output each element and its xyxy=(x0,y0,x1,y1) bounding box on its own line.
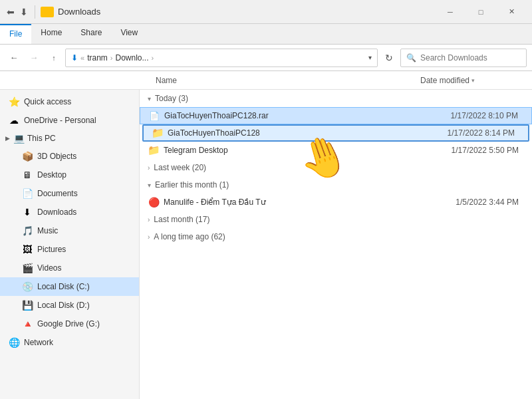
earlier-expand-icon: ▾ xyxy=(148,182,151,189)
file-date-telegram: 1/17/2022 5:50 PM xyxy=(420,146,527,155)
sidebar-item-local-disk-c[interactable]: 💿 Local Disk (C:) xyxy=(0,277,139,296)
file-name-manulife: Manulife - Điểm Tựa Đầu Tư xyxy=(164,198,416,207)
window-title: Downloads xyxy=(58,7,100,17)
group-lastweek-label: Last week (20) xyxy=(154,163,206,172)
sidebar-label-videos: Videos xyxy=(37,263,61,273)
search-icon: 🔍 xyxy=(406,53,416,63)
forward-button[interactable]: → xyxy=(25,49,43,66)
sidebar-item-onedrive[interactable]: ☁ OneDrive - Personal xyxy=(0,111,139,130)
tab-home[interactable]: Home xyxy=(31,24,71,44)
sidebar-label-desktop: Desktop xyxy=(37,170,66,180)
group-today-label: Today (3) xyxy=(155,94,188,103)
file-date-manulife: 1/5/2022 3:44 PM xyxy=(420,198,527,207)
sidebar-item-desktop[interactable]: 🖥 Desktop xyxy=(0,166,139,184)
col-date-header[interactable]: Date modified ▾ xyxy=(420,76,527,85)
sort-arrow-icon: ▾ xyxy=(471,77,475,84)
file-row[interactable]: 📄 GiaTocHuyenThoaiPC128.rar 1/17/2022 8:… xyxy=(140,107,532,124)
address-path[interactable]: ⬇ « tranm › Downlo... › ▾ xyxy=(65,49,378,67)
path-dropdown[interactable]: ▾ xyxy=(368,54,372,61)
network-icon: 🌐 xyxy=(8,336,20,348)
search-input[interactable] xyxy=(420,53,521,63)
file-name-highlighted: GiaTocHuyenThoaiPC128 xyxy=(168,128,412,138)
sidebar-item-documents[interactable]: 📄 Documents xyxy=(0,184,139,203)
search-box[interactable]: 🔍 xyxy=(400,49,527,67)
breadcrumb-sep-1: « xyxy=(80,54,84,62)
sidebar-label-this-pc: This PC xyxy=(27,134,56,143)
disk-c-icon: 💿 xyxy=(21,281,33,293)
group-last-month[interactable]: › Last month (17) xyxy=(140,211,532,228)
back-icon[interactable]: ⬅ xyxy=(5,7,16,17)
sidebar-label-downloads: Downloads xyxy=(37,207,76,217)
sidebar-label-network: Network xyxy=(24,338,53,347)
maximize-button[interactable]: □ xyxy=(466,0,496,24)
group-last-week[interactable]: › Last week (20) xyxy=(140,159,532,176)
group-long-ago[interactable]: › A long time ago (62) xyxy=(140,228,532,245)
file-date-highlighted: 1/17/2022 8:14 PM xyxy=(416,128,523,138)
sidebar-label-local-c: Local Disk (C:) xyxy=(37,282,90,291)
group-earlier-label: Earlier this month (1) xyxy=(155,180,229,190)
title-bar: ⬅ ⬇ Downloads ─ □ ✕ xyxy=(0,0,532,24)
col-name-header[interactable]: Name xyxy=(153,76,420,85)
minimize-button[interactable]: ─ xyxy=(435,0,466,24)
ribbon-tabs: File Home Share View xyxy=(0,24,532,44)
longago-expand-icon: › xyxy=(148,233,150,241)
file-list: ▾ Today (3) 📄 GiaTocHuyenThoaiPC128.rar … xyxy=(140,90,532,399)
sidebar-label-pictures: Pictures xyxy=(37,245,66,254)
sidebar-item-music[interactable]: 🎵 Music xyxy=(0,221,139,240)
sidebar-item-pictures[interactable]: 🖼 Pictures xyxy=(0,240,139,259)
group-earlier-month[interactable]: ▾ Earlier this month (1) xyxy=(140,176,532,194)
today-expand-icon: ▾ xyxy=(148,95,151,102)
sidebar-this-pc-header[interactable]: ▶ 💻 This PC xyxy=(0,130,139,147)
folder-telegram-icon: 📁 xyxy=(148,144,160,156)
breadcrumb-sep-3: › xyxy=(152,54,154,62)
sidebar-item-3d-objects[interactable]: 📦 3D Objects xyxy=(0,147,139,166)
ribbon: File Home Share View xyxy=(0,24,532,45)
sidebar-label-local-d: Local Disk (D:) xyxy=(37,301,90,310)
download-icon: ⬇ xyxy=(21,206,33,218)
file-date: 1/17/2022 8:10 PM xyxy=(420,111,526,120)
sidebar-item-local-disk-d[interactable]: 💾 Local Disk (D:) xyxy=(0,296,139,315)
sidebar-item-quick-access[interactable]: ⭐ Quick access xyxy=(0,92,139,111)
file-name-telegram: Telegram Desktop xyxy=(164,146,416,155)
videos-icon: 🎬 xyxy=(21,262,33,274)
chrome-file-icon: 🔴 xyxy=(148,196,160,208)
tab-share[interactable]: Share xyxy=(71,24,111,44)
tab-file[interactable]: File xyxy=(0,24,31,44)
file-row-highlighted[interactable]: 📁 GiaTocHuyenThoaiPC128 1/17/2022 8:14 P… xyxy=(142,124,529,142)
tab-view[interactable]: View xyxy=(111,24,147,44)
computer-icon: 💻 xyxy=(13,132,25,144)
group-lastmonth-label: Last month (17) xyxy=(154,215,209,224)
sidebar-item-videos[interactable]: 🎬 Videos xyxy=(0,259,139,277)
back-button[interactable]: ← xyxy=(5,49,23,66)
separator xyxy=(35,5,35,19)
pictures-icon: 🖼 xyxy=(21,243,33,255)
close-button[interactable]: ✕ xyxy=(496,0,527,24)
file-row-manulife[interactable]: 🔴 Manulife - Điểm Tựa Đầu Tư 1/5/2022 3:… xyxy=(140,194,532,211)
file-row-telegram[interactable]: 📁 Telegram Desktop 1/17/2022 5:50 PM xyxy=(140,142,532,159)
up-button[interactable]: ↑ xyxy=(45,49,63,66)
sidebar: ⭐ Quick access ☁ OneDrive - Personal ▶ 💻… xyxy=(0,90,140,399)
column-headers: Name Date modified ▾ xyxy=(0,71,532,90)
google-drive-icon: 🔺 xyxy=(21,318,33,330)
sidebar-item-downloads[interactable]: ⬇ Downloads xyxy=(0,203,139,221)
lastmonth-expand-icon: › xyxy=(148,216,150,223)
sidebar-label-gdrive: Google Drive (G:) xyxy=(37,319,100,329)
breadcrumb-tranm[interactable]: tranm xyxy=(87,53,108,63)
refresh-button[interactable]: ↻ xyxy=(380,49,398,66)
breadcrumb-downloads[interactable]: Downlo... xyxy=(115,53,148,63)
sidebar-item-network[interactable]: 🌐 Network xyxy=(0,333,139,352)
group-today[interactable]: ▾ Today (3) xyxy=(140,90,532,107)
lastweek-expand-icon: › xyxy=(148,164,150,172)
main-layout: ⭐ Quick access ☁ OneDrive - Personal ▶ 💻… xyxy=(0,90,532,399)
breadcrumb-sep-2: › xyxy=(110,54,113,62)
star-icon: ⭐ xyxy=(8,96,20,108)
music-icon: 🎵 xyxy=(21,225,33,237)
sidebar-label-quick-access: Quick access xyxy=(24,97,71,106)
disk-d-icon: 💾 xyxy=(21,299,33,311)
sidebar-item-google-drive[interactable]: 🔺 Google Drive (G:) xyxy=(0,315,139,333)
group-longago-label: A long time ago (62) xyxy=(154,232,225,241)
desktop-icon: 🖥 xyxy=(21,169,33,181)
path-folder-icon: ⬇ xyxy=(71,53,78,63)
window-controls: ─ □ ✕ xyxy=(435,0,527,24)
down-icon[interactable]: ⬇ xyxy=(19,7,29,17)
